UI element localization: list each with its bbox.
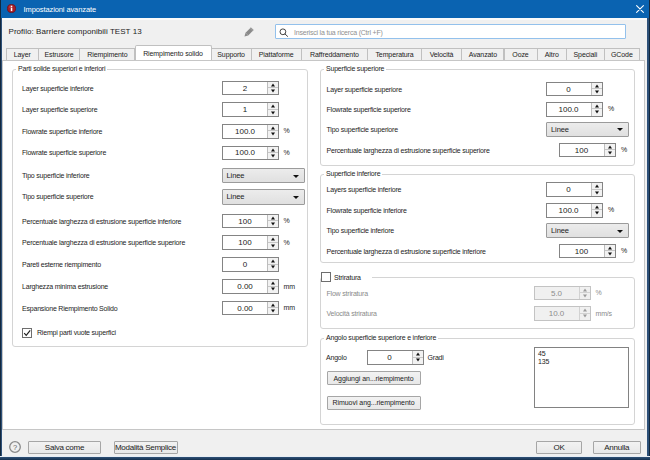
svg-text:?: ? (13, 443, 17, 452)
